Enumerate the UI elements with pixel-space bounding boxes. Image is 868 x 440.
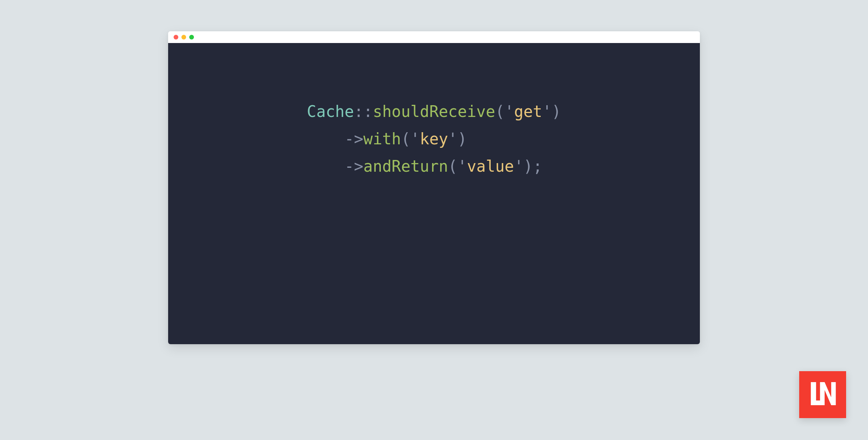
line-3: ->andReturn('value'); bbox=[307, 157, 542, 175]
line-2: ->with('key') bbox=[307, 130, 467, 148]
token-method-1: shouldReceive bbox=[373, 102, 495, 120]
indent bbox=[307, 157, 344, 175]
code-window: Cache::shouldReceive('get') ->with('key'… bbox=[168, 31, 700, 344]
window-close-dot-icon[interactable] bbox=[174, 35, 178, 40]
token-scope: :: bbox=[354, 102, 373, 120]
token-close-paren: ) bbox=[524, 157, 533, 175]
indent bbox=[307, 130, 344, 148]
token-method-2: with bbox=[363, 130, 401, 148]
token-close-paren: ) bbox=[552, 102, 561, 120]
token-class: Cache bbox=[307, 102, 354, 120]
brand-badge: LN bbox=[799, 371, 846, 418]
token-arrow: -> bbox=[344, 157, 363, 175]
token-method-3: andReturn bbox=[363, 157, 448, 175]
token-open-paren: ( bbox=[495, 102, 505, 120]
code-block: Cache::shouldReceive('get') ->with('key'… bbox=[307, 98, 561, 180]
token-string-1: get bbox=[514, 102, 542, 120]
token-quote: ' bbox=[505, 102, 514, 120]
token-open-paren: ( bbox=[401, 130, 411, 148]
code-editor-area: Cache::shouldReceive('get') ->with('key'… bbox=[168, 43, 700, 344]
token-quote: ' bbox=[457, 157, 467, 175]
token-string-2: key bbox=[420, 130, 448, 148]
token-arrow: -> bbox=[344, 130, 363, 148]
line-1: Cache::shouldReceive('get') bbox=[307, 102, 561, 120]
token-open-paren: ( bbox=[448, 157, 457, 175]
token-quote: ' bbox=[542, 102, 552, 120]
token-close-paren: ) bbox=[457, 130, 467, 148]
window-titlebar bbox=[168, 31, 700, 43]
window-minimize-dot-icon[interactable] bbox=[181, 35, 186, 40]
ln-logo-icon bbox=[806, 378, 839, 411]
token-semicolon: ; bbox=[533, 157, 542, 175]
token-string-3: value bbox=[467, 157, 514, 175]
token-quote: ' bbox=[411, 130, 420, 148]
token-quote: ' bbox=[448, 130, 457, 148]
window-zoom-dot-icon[interactable] bbox=[189, 35, 194, 40]
token-quote: ' bbox=[514, 157, 524, 175]
